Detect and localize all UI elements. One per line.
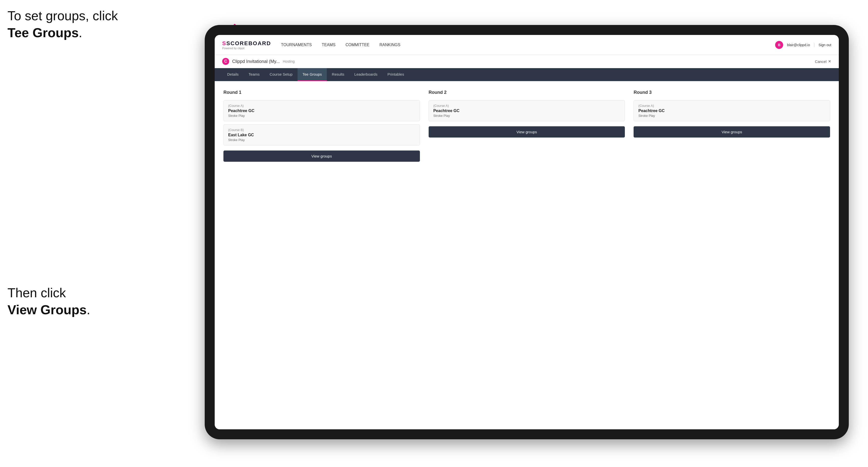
- round-2-course-a-name: Peachtree GC: [433, 108, 620, 113]
- round-2-title: Round 2: [429, 90, 625, 95]
- user-email: blair@clippd.io: [787, 43, 810, 47]
- round-3-course-a-name: Peachtree GC: [638, 108, 825, 113]
- instruction-period-1: .: [79, 26, 82, 40]
- instruction-view-groups-label: View Groups: [7, 303, 87, 317]
- tab-results[interactable]: Results: [327, 68, 349, 81]
- cancel-label: Cancel: [815, 59, 827, 64]
- tab-details[interactable]: Details: [222, 68, 244, 81]
- round-3-course-a-label: (Course A): [638, 104, 825, 107]
- tournament-logo: C: [222, 58, 229, 65]
- round-1-column: Round 1 (Course A) Peachtree GC Stroke P…: [223, 90, 420, 162]
- round-3-course-a-card: (Course A) Peachtree GC Stroke Play: [633, 100, 830, 121]
- round-1-course-a-card: (Course A) Peachtree GC Stroke Play: [223, 100, 420, 121]
- round-1-course-b-card: (Course B) East Lake GC Stroke Play: [223, 124, 420, 146]
- instruction-bottom-line1: Then click: [7, 285, 66, 300]
- instruction-tee-groups-label: Tee Groups: [7, 26, 79, 40]
- round-1-course-a-label: (Course A): [228, 104, 415, 107]
- user-avatar: B: [775, 41, 783, 49]
- logo-name: SCOREBOARD: [226, 40, 271, 46]
- tournament-header: C Clippd Invitational (My... Hosting Can…: [215, 55, 839, 68]
- nav-tournaments[interactable]: TOURNAMENTS: [281, 41, 312, 49]
- instruction-period-2: .: [87, 303, 90, 317]
- rounds-grid: Round 1 (Course A) Peachtree GC Stroke P…: [223, 90, 830, 162]
- tablet-screen: SSCOREBOARD Powered by clippit TOURNAMEN…: [215, 35, 839, 429]
- nav-teams[interactable]: TEAMS: [322, 41, 336, 49]
- round-1-title: Round 1: [223, 90, 420, 95]
- tab-printables[interactable]: Printables: [382, 68, 409, 81]
- view-groups-button-round-3[interactable]: View groups: [633, 126, 830, 137]
- tournament-name: Clippd Invitational (My...: [232, 59, 280, 64]
- tab-leaderboards[interactable]: Leaderboards: [349, 68, 382, 81]
- round-3-course-a-format: Stroke Play: [638, 114, 825, 118]
- sub-nav: Details Teams Course Setup Tee Groups Re…: [215, 68, 839, 81]
- sign-out-link[interactable]: Sign out: [818, 43, 831, 47]
- logo-text: SSCOREBOARD: [222, 40, 271, 47]
- nav-rankings[interactable]: RANKINGS: [379, 41, 400, 49]
- round-1-course-b-label: (Course B): [228, 128, 415, 132]
- round-2-course-a-format: Stroke Play: [433, 114, 620, 118]
- view-groups-button-round-1[interactable]: View groups: [223, 151, 420, 162]
- round-3-title: Round 3: [633, 90, 830, 95]
- nav-bar: SSCOREBOARD Powered by clippit TOURNAMEN…: [215, 35, 839, 55]
- close-icon: ✕: [828, 59, 831, 64]
- instruction-bottom: Then click View Groups.: [7, 284, 90, 318]
- view-groups-button-round-2[interactable]: View groups: [429, 126, 625, 137]
- instruction-top-line1: To set groups, click: [7, 8, 118, 23]
- logo-subtext: Powered by clippit: [222, 47, 271, 50]
- nav-right: B blair@clippd.io | Sign out: [775, 41, 831, 49]
- tab-teams[interactable]: Teams: [244, 68, 265, 81]
- tablet-frame: SSCOREBOARD Powered by clippit TOURNAMEN…: [205, 25, 849, 439]
- logo-c-letter: S: [222, 40, 226, 46]
- nav-links: TOURNAMENTS TEAMS COMMITTEE RANKINGS: [281, 41, 775, 49]
- round-2-course-a-label: (Course A): [433, 104, 620, 107]
- round-3-column: Round 3 (Course A) Peachtree GC Stroke P…: [633, 90, 830, 162]
- main-content: Round 1 (Course A) Peachtree GC Stroke P…: [215, 81, 839, 429]
- cancel-button[interactable]: Cancel ✕: [815, 59, 831, 64]
- tournament-title: C Clippd Invitational (My... Hosting: [222, 58, 294, 65]
- nav-committee[interactable]: COMMITTEE: [345, 41, 369, 49]
- round-2-course-a-card: (Course A) Peachtree GC Stroke Play: [429, 100, 625, 121]
- tab-tee-groups[interactable]: Tee Groups: [298, 68, 327, 81]
- round-1-course-b-name: East Lake GC: [228, 133, 415, 137]
- round-1-course-b-format: Stroke Play: [228, 138, 415, 142]
- round-1-course-a-format: Stroke Play: [228, 114, 415, 118]
- logo-area: SSCOREBOARD Powered by clippit: [222, 40, 271, 50]
- tournament-hosting: Hosting: [283, 59, 294, 63]
- nav-separator: |: [813, 43, 814, 47]
- round-2-column: Round 2 (Course A) Peachtree GC Stroke P…: [429, 90, 625, 162]
- tab-course-setup[interactable]: Course Setup: [265, 68, 298, 81]
- round-1-course-a-name: Peachtree GC: [228, 108, 415, 113]
- instruction-top: To set groups, click Tee Groups.: [7, 7, 118, 41]
